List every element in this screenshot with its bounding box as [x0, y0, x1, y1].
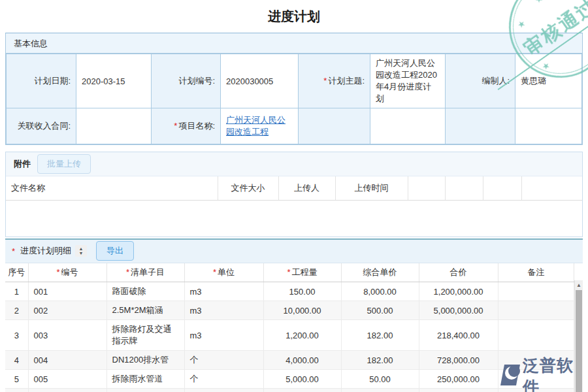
- col-seq: 序号: [5, 263, 28, 282]
- cell-unit: m3: [184, 320, 263, 351]
- vendor-logo-icon: [500, 365, 520, 388]
- cell-quantity: 1,200.00: [263, 320, 341, 351]
- cell-code: 006: [28, 389, 106, 392]
- required-marker: *: [323, 76, 327, 86]
- cell-item: CFG桩: [106, 389, 184, 392]
- export-button[interactable]: 导出: [96, 241, 134, 261]
- detail-table: 序号 *编号 *清单子目 *单位 *工程量 综合单价 合价 备注 1001路面破…: [5, 263, 574, 392]
- scroll-up-icon[interactable]: ▲: [575, 280, 583, 290]
- col-total-price: 合价: [419, 263, 498, 282]
- cell-total_price: 5,000.00: [419, 389, 498, 392]
- cell-seq: 6: [5, 389, 28, 392]
- attachments-header: 附件 批量上传: [6, 152, 582, 176]
- cell-remark: [498, 301, 574, 320]
- col-upload-time: 上传时间: [335, 176, 408, 200]
- page-title: 进度计划: [0, 0, 588, 33]
- cell-seq: 3: [5, 320, 28, 351]
- empty-value-cell: [515, 108, 582, 144]
- detail-header: * 进度计划明细 ▲▼ 导出: [5, 240, 583, 263]
- col-unit: *单位: [184, 263, 263, 282]
- cell-unit_price: 182.00: [341, 351, 419, 370]
- cell-code: 004: [28, 351, 106, 370]
- col-file-size: 文件大小: [218, 176, 278, 200]
- empty-label-cell: [299, 108, 370, 144]
- empty-label-cell: [446, 108, 515, 144]
- table-row: 3003拆除路灯及交通指示牌m31,200.00182.00218,400.00: [5, 320, 574, 351]
- cell-item: 拆除路灯及交通指示牌: [106, 320, 184, 351]
- cell-code: 002: [28, 301, 106, 320]
- cell-unit: 个: [184, 370, 263, 389]
- sort-toggle-icon[interactable]: ▲▼: [75, 245, 87, 257]
- cell-seq: 4: [5, 351, 28, 370]
- col-unit-price: 综合单价: [341, 263, 419, 282]
- col-uploader: 上传人: [278, 176, 335, 200]
- cell-remark: [498, 320, 574, 351]
- table-row: 6006CFG桩个1,000.005.005,000.00: [5, 389, 574, 392]
- table-row: 4004DN1200排水管个4,000.00182.00728,000.00: [5, 351, 574, 370]
- cell-item: 路面破除: [106, 282, 184, 301]
- required-marker: *: [287, 267, 290, 277]
- cell-seq: 1: [5, 282, 28, 301]
- table-row: 1001路面破除m3150.008,000.001,200,000.00: [5, 282, 574, 301]
- col-empty: [445, 176, 483, 200]
- basic-info-form: 计划日期: 2020-03-15 计划编号: 2020030005 *计划主题:…: [6, 54, 582, 144]
- empty-value-cell: [370, 108, 446, 144]
- plan-subject-label: *计划主题:: [299, 54, 370, 108]
- plan-date-value: 2020-03-15: [76, 54, 152, 108]
- plan-subject-value: 广州天河人民公园改造工程2020年4月份进度计划: [370, 54, 446, 108]
- basic-info-section: 基本信息 计划日期: 2020-03-15 计划编号: 2020030005 *…: [5, 33, 583, 145]
- vendor-logo-name: 泛普软件: [523, 355, 588, 392]
- cell-quantity: 5,000.00: [263, 370, 341, 389]
- page: 进度计划 ★ ★ ★ ★ ★ 审核通过 基本信息 计划日期: 2020-03-1…: [0, 0, 588, 392]
- cell-unit_price: 500.00: [341, 301, 419, 320]
- col-item: *清单子目: [106, 263, 184, 282]
- detail-section: * 进度计划明细 ▲▼ 导出 序号 *编号 *清单子目 *单位 *工程量 综合单…: [5, 238, 583, 392]
- basic-info-header: 基本信息: [6, 33, 582, 54]
- plan-no-value: 2020030005: [221, 54, 299, 108]
- attachments-section: 附件 批量上传 文件名称 文件大小 上传人 上传时间: [5, 152, 583, 237]
- cell-unit_price: 5.00: [341, 389, 419, 392]
- required-marker: *: [56, 267, 59, 277]
- cell-total_price: 1,200,000.00: [419, 282, 498, 301]
- related-contract-value: [76, 108, 152, 144]
- cell-quantity: 1,000.00: [263, 389, 341, 392]
- required-marker: *: [126, 267, 129, 277]
- cell-remark: [498, 282, 574, 301]
- cell-item: DN1200排水管: [106, 351, 184, 370]
- cell-total_price: 218,400.00: [419, 320, 498, 351]
- cell-item: 2.5M*2M箱涵: [106, 301, 184, 320]
- cell-total_price: 250,000.00: [419, 370, 498, 389]
- cell-quantity: 10,000.00: [263, 301, 341, 320]
- cell-code: 003: [28, 320, 106, 351]
- batch-upload-button[interactable]: 批量上传: [37, 154, 91, 174]
- col-empty: [483, 176, 521, 200]
- cell-unit: m3: [184, 301, 263, 320]
- detail-title: 进度计划明细: [20, 245, 71, 257]
- project-name-label: *项目名称:: [152, 108, 221, 144]
- attachments-title: 附件: [14, 158, 31, 170]
- cell-unit: 个: [184, 389, 263, 392]
- cell-quantity: 150.00: [263, 282, 341, 301]
- cell-unit_price: 8,000.00: [341, 282, 419, 301]
- col-file-name: 文件名称: [6, 176, 218, 200]
- cell-total_price: 728,000.00: [419, 351, 498, 370]
- col-empty: [521, 176, 582, 200]
- required-marker: *: [213, 267, 216, 277]
- attachments-empty-list: [6, 201, 582, 237]
- project-name-value: 广州天河人民公园改造工程: [221, 108, 299, 144]
- related-contract-label: 关联收入合同:: [7, 108, 76, 144]
- cell-unit_price: 182.00: [341, 320, 419, 351]
- cell-seq: 2: [5, 301, 28, 320]
- creator-label: 编制人:: [446, 54, 515, 108]
- col-empty: [408, 176, 445, 200]
- col-code: *编号: [28, 263, 106, 282]
- cell-seq: 5: [5, 370, 28, 389]
- required-marker: *: [12, 246, 15, 256]
- detail-table-wrap: 序号 *编号 *清单子目 *单位 *工程量 综合单价 合价 备注 1001路面破…: [5, 263, 574, 392]
- basic-info-title: 基本信息: [14, 39, 48, 48]
- col-remark: 备注: [498, 263, 574, 282]
- cell-unit: m3: [184, 282, 263, 301]
- project-name-link[interactable]: 广州天河人民公园改造工程: [226, 115, 286, 137]
- cell-item: 拆除雨水管道: [106, 370, 184, 389]
- plan-date-label: 计划日期:: [7, 54, 76, 108]
